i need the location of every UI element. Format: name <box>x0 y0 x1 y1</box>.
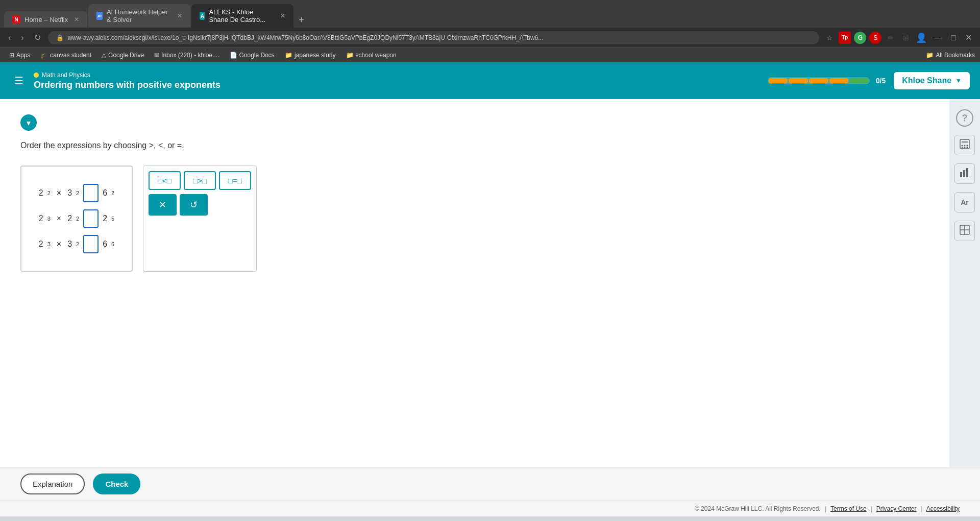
reload-button[interactable]: ↻ <box>31 31 44 44</box>
drive-icon: △ <box>102 52 106 59</box>
expr2-right-exp: 5 <box>111 216 114 222</box>
tab-netflix[interactable]: N Home – Netflix ✕ <box>4 11 87 28</box>
extension-btn-6[interactable]: 👤 <box>915 32 927 44</box>
new-tab-button[interactable]: + <box>295 13 308 28</box>
subject-dot <box>34 73 39 78</box>
undo-button[interactable]: ↺ <box>180 194 208 216</box>
collapse-button[interactable]: ▾ <box>20 114 37 131</box>
terms-link[interactable]: Terms of Use <box>830 505 867 512</box>
expr1-right-exp: 2 <box>111 190 114 196</box>
privacy-link[interactable]: Privacy Center <box>876 505 917 512</box>
expr1-right-base: 6 <box>103 188 107 198</box>
nav-title-group: Math and Physics Ordering numbers with p… <box>34 72 768 90</box>
expr3-mid-exp: 2 <box>76 241 79 247</box>
greater-than-label: □>□ <box>193 176 207 185</box>
all-bookmarks[interactable]: 📁 All Bookmarks <box>926 52 975 59</box>
expr1-mid-exp: 2 <box>76 190 79 196</box>
less-than-label: □<□ <box>158 176 172 185</box>
svg-point-2 <box>962 145 963 147</box>
extension-btn-2[interactable]: G <box>854 32 866 44</box>
bookmark-canvas-label: canvas student <box>50 52 91 59</box>
expr3-input[interactable] <box>83 235 99 253</box>
help-button[interactable]: ? <box>956 109 973 127</box>
expr3-right-base: 6 <box>103 240 107 249</box>
bookmark-japanese-label: japanese study <box>295 52 336 59</box>
greater-than-button[interactable]: □>□ <box>184 171 216 190</box>
equal-button[interactable]: □=□ <box>219 171 251 190</box>
bookmark-drive-label: Google Drive <box>108 52 144 59</box>
bookmark-drive[interactable]: △ Google Drive <box>97 50 148 60</box>
check-button[interactable]: Check <box>93 473 140 494</box>
tab-bar: N Home – Netflix ✕ AI AI Homework Helper… <box>0 0 980 28</box>
svg-point-5 <box>962 147 963 149</box>
undo-icon: ↺ <box>190 200 198 210</box>
aleks-favicon: A <box>200 12 205 20</box>
gmail-icon: ✉ <box>154 52 159 59</box>
minimize-button[interactable]: — <box>930 31 945 44</box>
calculator-button[interactable] <box>954 135 975 155</box>
bookmark-canvas[interactable]: 🎓 canvas student <box>36 50 95 60</box>
address-bar-row: ‹ › ↻ 🔒 www-awy.aleks.com/alekscgi/x/lsl… <box>0 28 980 48</box>
address-bar[interactable]: 🔒 www-awy.aleks.com/alekscgi/x/lsl.exe/1… <box>48 31 820 44</box>
explanation-button[interactable]: Explanation <box>20 473 85 494</box>
bookmark-star-button[interactable]: ☆ <box>823 32 836 44</box>
svg-point-4 <box>967 145 968 147</box>
lock-icon: 🔒 <box>56 34 64 41</box>
extension-btn-3[interactable]: S <box>869 32 881 44</box>
equal-label: □=□ <box>228 176 242 185</box>
svg-rect-10 <box>966 168 968 177</box>
problem-area: 22 × 32 62 23 × 22 25 <box>20 165 929 272</box>
bar-chart-icon <box>959 167 970 180</box>
content-area: ▾ Order the expressions by choosing >, <… <box>0 99 980 467</box>
bottom-bar: Explanation Check <box>0 467 980 501</box>
expr1-input[interactable] <box>83 184 99 202</box>
accessibility-link[interactable]: Accessibility <box>926 505 960 512</box>
table-button[interactable] <box>954 221 975 241</box>
extension-btn-5[interactable]: ⊞ <box>900 32 912 44</box>
svg-point-7 <box>967 147 968 149</box>
canvas-icon: 🎓 <box>40 52 48 59</box>
svg-point-6 <box>964 147 966 149</box>
hamburger-button[interactable]: ☰ <box>10 70 28 91</box>
docs-icon: 📄 <box>230 52 237 59</box>
less-than-button[interactable]: □<□ <box>149 171 181 190</box>
expr3-left-base: 2 <box>39 240 43 249</box>
svg-point-3 <box>964 145 966 147</box>
maximize-button[interactable]: □ <box>948 31 959 44</box>
tab-aleks[interactable]: A ALEKS - Khloe Shane De Castro... ✕ <box>191 4 293 28</box>
close-browser-button[interactable]: ✕ <box>962 31 975 44</box>
bookmark-googledocs-label: Google Docs <box>239 52 275 59</box>
dictionary-button[interactable]: Ar <box>954 192 975 212</box>
clear-icon: ✕ <box>159 200 166 210</box>
bookmark-googledocs[interactable]: 📄 Google Docs <box>226 50 279 60</box>
clear-button[interactable]: ✕ <box>149 194 177 216</box>
nav-title: Ordering numbers with positive exponents <box>34 80 768 90</box>
expr-row-2: 23 × 22 25 <box>37 209 116 228</box>
chart-button[interactable] <box>954 163 975 184</box>
progress-seg-1 <box>769 78 788 83</box>
expr2-input[interactable] <box>83 209 99 228</box>
tab-ai[interactable]: AI AI Homework Helper & Solver ✕ <box>88 4 190 28</box>
user-menu-button[interactable]: Khloe Shane ▼ <box>894 72 970 89</box>
back-button[interactable]: ‹ <box>5 31 14 44</box>
bookmark-gmail[interactable]: ✉ Inbox (228) - khloe.... <box>150 50 223 60</box>
expr3-mid-base: 3 <box>67 240 72 249</box>
extension-btn-1[interactable]: Tp <box>839 32 851 44</box>
bookmark-apps[interactable]: ⊞ Apps <box>5 50 34 60</box>
bookmark-japanese[interactable]: 📁 japanese study <box>281 50 340 60</box>
question-mark-icon: ? <box>962 113 968 124</box>
forward-button[interactable]: › <box>18 31 27 44</box>
tab-netflix-close[interactable]: ✕ <box>74 16 79 23</box>
bookmark-schoolweapon[interactable]: 📁 school weapon <box>342 50 401 60</box>
tab-ai-close[interactable]: ✕ <box>177 12 182 19</box>
bookmarks-bar: ⊞ Apps 🎓 canvas student △ Google Drive ✉… <box>0 48 980 62</box>
browser-chrome: N Home – Netflix ✕ AI AI Homework Helper… <box>0 0 980 62</box>
footer-sep-1: | <box>825 505 826 512</box>
expr2-left-base: 2 <box>39 214 43 223</box>
action-row: ✕ ↺ <box>149 194 251 216</box>
progress-seg-5 <box>849 78 869 83</box>
extension-btn-4[interactable]: ✏ <box>885 32 897 44</box>
svg-rect-9 <box>963 170 965 177</box>
main-content: ▾ Order the expressions by choosing >, <… <box>0 99 949 467</box>
tab-aleks-close[interactable]: ✕ <box>280 12 285 19</box>
